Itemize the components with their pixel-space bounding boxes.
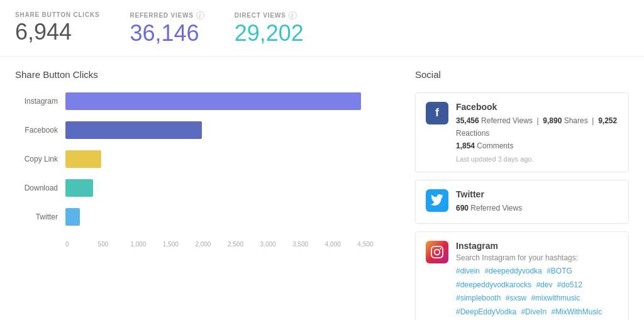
hashtag[interactable]: #MixWithMusic xyxy=(551,307,602,316)
bar-container xyxy=(65,150,390,168)
x-axis-tick: 4,000 xyxy=(325,241,358,248)
hashtag[interactable]: #sxsw xyxy=(506,294,529,302)
facebook-card: f Facebook 35,456 Referred Views | 9,890… xyxy=(415,92,629,172)
bar-container xyxy=(65,92,390,110)
bar-label: Twitter xyxy=(15,212,65,221)
hashtag[interactable]: #deepeddyvodka xyxy=(484,267,544,275)
facebook-shares-num: 9,890 xyxy=(543,116,562,125)
bar-row: Twitter xyxy=(15,208,390,226)
bar-label: Copy Link xyxy=(15,155,65,163)
twitter-icon xyxy=(426,189,448,212)
twitter-stats: 690 Referred Views xyxy=(456,202,522,214)
hashtag[interactable]: #deepeddyvodkarocks xyxy=(456,280,533,289)
x-axis-tick: 1,500 xyxy=(163,241,196,248)
facebook-reactions-num: 9,252 xyxy=(598,116,617,125)
bar-fill xyxy=(65,179,93,197)
instagram-icon xyxy=(426,241,448,263)
x-axis-tick: 2,000 xyxy=(195,241,228,248)
direct-views-value: 29,202 xyxy=(235,21,304,46)
direct-views-stat: DIRECT VIEWS i 29,202 xyxy=(235,11,304,46)
x-axis-tick: 500 xyxy=(98,241,131,248)
social-section: Social f Facebook 35,456 Referred Views … xyxy=(415,69,629,320)
bar-chart: InstagramFacebookCopy LinkDownloadTwitte… xyxy=(15,92,390,237)
x-axis-tick: 3,000 xyxy=(260,241,293,248)
facebook-last-updated: Last updated 3 days ago. xyxy=(456,155,618,163)
bar-container xyxy=(65,208,390,226)
bar-fill xyxy=(65,150,101,168)
share-button-clicks-stat: SHARE BUTTON CLICKS 6,944 xyxy=(15,11,99,46)
hashtag[interactable]: #dev xyxy=(536,280,554,289)
facebook-header: f Facebook 35,456 Referred Views | 9,890… xyxy=(426,102,618,163)
referred-views-info-icon[interactable]: i xyxy=(196,11,204,19)
instagram-header: Instagram Search Instagram for your hash… xyxy=(426,241,618,320)
bar-container xyxy=(65,179,390,197)
facebook-comments-num: 1,854 xyxy=(456,141,475,150)
social-title: Social xyxy=(415,69,629,80)
referred-views-label: REFERRED VIEWS i xyxy=(130,11,204,19)
share-button-clicks-value: 6,944 xyxy=(15,19,99,45)
instagram-card: Instagram Search Instagram for your hash… xyxy=(415,231,629,320)
hashtag[interactable]: #simplebooth xyxy=(456,294,503,302)
x-axis-tick: 1,000 xyxy=(130,241,163,248)
referred-views-stat: REFERRED VIEWS i 36,146 xyxy=(130,11,204,46)
bar-fill xyxy=(65,208,80,226)
bar-container xyxy=(65,121,390,139)
hashtag[interactable]: #divein xyxy=(456,267,482,275)
hashtag[interactable]: #DeepEddyVodka xyxy=(456,307,518,316)
x-axis-tick: 3,500 xyxy=(292,241,325,248)
bar-fill xyxy=(65,92,361,110)
twitter-info: Twitter 690 Referred Views xyxy=(456,189,522,214)
bar-fill xyxy=(65,121,202,139)
hashtag[interactable]: #DiveIn xyxy=(521,307,548,316)
x-axis-tick: 2,500 xyxy=(228,241,260,248)
facebook-referred-views-num: 35,456 xyxy=(456,116,479,125)
twitter-referred-views-num: 690 xyxy=(456,204,469,212)
bar-row: Copy Link xyxy=(15,150,390,168)
instagram-info: Instagram Search Instagram for your hash… xyxy=(456,241,618,320)
x-axis-tick: 0 xyxy=(65,241,98,248)
twitter-header: Twitter 690 Referred Views xyxy=(426,189,618,214)
facebook-icon: f xyxy=(426,102,448,124)
chart-section: Share Button Clicks InstagramFacebookCop… xyxy=(15,69,390,320)
bar-label: Instagram xyxy=(15,97,65,106)
hashtag[interactable]: #BOTG xyxy=(547,267,572,275)
bar-row: Download xyxy=(15,179,390,197)
hashtag[interactable]: #do512 xyxy=(557,280,582,289)
direct-views-info-icon[interactable]: i xyxy=(289,11,297,19)
facebook-stats: 35,456 Referred Views | 9,890 Shares | 9… xyxy=(456,114,618,153)
twitter-name: Twitter xyxy=(456,189,522,199)
referred-views-value: 36,146 xyxy=(130,21,204,46)
instagram-name: Instagram xyxy=(456,241,618,251)
direct-views-label: DIRECT VIEWS i xyxy=(235,11,304,19)
instagram-hashtags: #divein #deepeddyvodka #BOTG #deepeddyvo… xyxy=(456,265,618,320)
facebook-info: Facebook 35,456 Referred Views | 9,890 S… xyxy=(456,102,618,163)
instagram-search-label: Search Instagram for your hashtags: xyxy=(456,253,618,262)
top-stats-bar: SHARE BUTTON CLICKS 6,944 REFERRED VIEWS… xyxy=(0,0,644,57)
twitter-card: Twitter 690 Referred Views xyxy=(415,180,629,224)
hashtag[interactable]: #mixwithmusic xyxy=(531,294,580,302)
chart-title: Share Button Clicks xyxy=(15,69,390,80)
main-content: Share Button Clicks InstagramFacebookCop… xyxy=(0,57,644,320)
bar-label: Facebook xyxy=(15,126,65,135)
bar-row: Instagram xyxy=(15,92,390,110)
x-axis-labels: 05001,0001,5002,0002,5003,0003,5004,0004… xyxy=(65,237,390,248)
bar-label: Download xyxy=(15,184,65,192)
facebook-name: Facebook xyxy=(456,102,618,112)
x-axis-tick: 4,500 xyxy=(357,241,390,248)
bar-row: Facebook xyxy=(15,121,390,139)
share-button-clicks-label: SHARE BUTTON CLICKS xyxy=(15,11,99,18)
